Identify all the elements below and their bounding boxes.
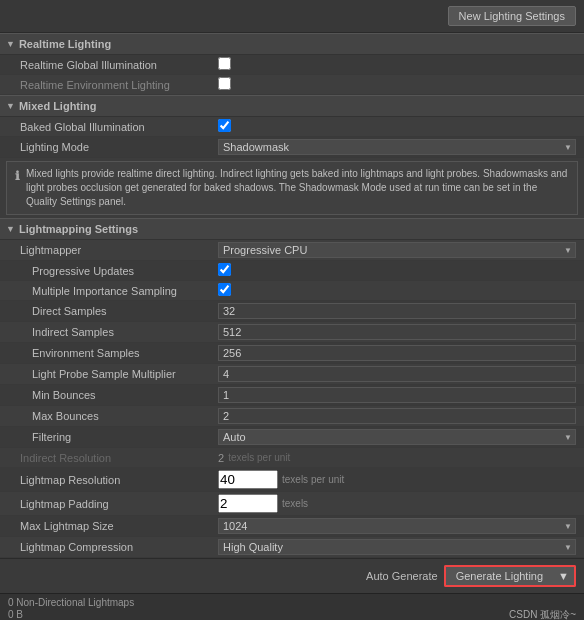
- max-lightmap-size-row: Max Lightmap Size 256 512 1024 2048 4096: [0, 516, 584, 537]
- lightmap-padding-value-group: texels: [218, 494, 576, 513]
- lightmapper-label: Lightmapper: [8, 244, 218, 256]
- realtime-environment-lighting-row: Realtime Environment Lighting: [0, 75, 584, 95]
- lightmapping-settings-arrow: ▼: [6, 224, 15, 234]
- lightmap-size: 0 B: [8, 609, 134, 620]
- progressive-updates-label: Progressive Updates: [8, 265, 218, 277]
- baked-global-illumination-row: Baked Global Illumination: [0, 117, 584, 137]
- generate-lighting-dropdown-button[interactable]: ▼: [553, 565, 576, 587]
- filtering-label: Filtering: [8, 431, 218, 443]
- realtime-lighting-label: Realtime Lighting: [19, 38, 111, 50]
- indirect-resolution-row: Indirect Resolution 2 texels per unit: [0, 448, 584, 468]
- indirect-samples-input[interactable]: [218, 324, 576, 340]
- lighting-mode-label: Lighting Mode: [8, 141, 218, 153]
- lightmaps-count: 0 Non-Directional Lightmaps: [8, 597, 134, 608]
- lightmap-resolution-label: Lightmap Resolution: [8, 474, 218, 486]
- baked-global-illumination-checkbox[interactable]: [218, 119, 231, 132]
- filtering-select[interactable]: Auto None Manual: [218, 429, 576, 445]
- min-bounces-value[interactable]: [218, 387, 576, 403]
- new-lighting-settings-button[interactable]: New Lighting Settings: [448, 6, 576, 26]
- indirect-samples-value[interactable]: [218, 324, 576, 340]
- max-bounces-input[interactable]: [218, 408, 576, 424]
- min-bounces-input[interactable]: [218, 387, 576, 403]
- lightmap-padding-unit: texels: [282, 498, 308, 509]
- mixed-lighting-header[interactable]: ▼ Mixed Lighting: [0, 95, 584, 117]
- multiple-importance-sampling-checkbox[interactable]: [218, 283, 231, 296]
- info-text: Mixed lights provide realtime direct lig…: [26, 167, 569, 209]
- lightmap-resolution-value-group: texels per unit: [218, 470, 576, 489]
- lightmapper-value[interactable]: Progressive CPU Enlighten Progressive GP…: [218, 242, 576, 258]
- light-probe-sample-multiplier-value[interactable]: [218, 366, 576, 382]
- lightmapper-select[interactable]: Progressive CPU Enlighten Progressive GP…: [218, 242, 576, 258]
- max-bounces-value[interactable]: [218, 408, 576, 424]
- lightmap-padding-input[interactable]: [218, 494, 278, 513]
- progressive-updates-value: [218, 263, 576, 278]
- realtime-global-illumination-row: Realtime Global Illumination: [0, 55, 584, 75]
- indirect-samples-label: Indirect Samples: [8, 326, 218, 338]
- multiple-importance-sampling-value: [218, 283, 576, 298]
- progressive-updates-row: Progressive Updates: [0, 261, 584, 281]
- auto-generate-label: Auto Generate: [366, 570, 438, 582]
- lightmapping-settings-label: Lightmapping Settings: [19, 223, 138, 235]
- generate-lighting-group: Generate Lighting ▼: [444, 565, 576, 587]
- direct-samples-label: Direct Samples: [8, 305, 218, 317]
- lightmap-resolution-row: Lightmap Resolution texels per unit: [0, 468, 584, 492]
- lighting-settings-panel: New Lighting Settings ▼ Realtime Lightin…: [0, 0, 584, 620]
- lighting-mode-select[interactable]: Shadowmask Baked Indirect Subtractive: [218, 139, 576, 155]
- lightmap-compression-value[interactable]: None Low Quality Normal Quality High Qua…: [218, 539, 576, 555]
- progressive-updates-checkbox[interactable]: [218, 263, 231, 276]
- indirect-resolution-value: 2: [218, 452, 224, 464]
- mixed-lighting-arrow: ▼: [6, 101, 15, 111]
- mixed-lighting-info-box: ℹ Mixed lights provide realtime direct l…: [6, 161, 578, 215]
- lightmap-compression-select-wrapper[interactable]: None Low Quality Normal Quality High Qua…: [218, 539, 576, 555]
- direct-samples-value[interactable]: [218, 303, 576, 319]
- realtime-global-illumination-label: Realtime Global Illumination: [8, 59, 218, 71]
- status-left: 0 Non-Directional Lightmaps 0 B No Light…: [8, 597, 134, 620]
- indirect-resolution-unit: texels per unit: [228, 452, 290, 463]
- indirect-resolution-label: Indirect Resolution: [8, 452, 218, 464]
- max-bounces-row: Max Bounces: [0, 406, 584, 427]
- environment-samples-label: Environment Samples: [8, 347, 218, 359]
- environment-samples-value[interactable]: [218, 345, 576, 361]
- light-probe-sample-multiplier-row: Light Probe Sample Multiplier: [0, 364, 584, 385]
- lightmap-compression-label: Lightmap Compression: [8, 541, 218, 553]
- info-icon: ℹ: [15, 168, 20, 185]
- realtime-global-illumination-value: [218, 57, 576, 72]
- min-bounces-label: Min Bounces: [8, 389, 218, 401]
- light-probe-sample-multiplier-input[interactable]: [218, 366, 576, 382]
- multiple-importance-sampling-row: Multiple Importance Sampling: [0, 281, 584, 301]
- max-lightmap-size-select[interactable]: 256 512 1024 2048 4096: [218, 518, 576, 534]
- status-bar: 0 Non-Directional Lightmaps 0 B No Light…: [0, 593, 584, 620]
- indirect-samples-row: Indirect Samples: [0, 322, 584, 343]
- direct-samples-input[interactable]: [218, 303, 576, 319]
- filtering-value[interactable]: Auto None Manual: [218, 429, 576, 445]
- lightmap-resolution-unit: texels per unit: [282, 474, 344, 485]
- bottom-bar: Auto Generate Generate Lighting ▼: [0, 558, 584, 593]
- generate-lighting-button[interactable]: Generate Lighting: [444, 565, 553, 587]
- max-lightmap-size-select-wrapper[interactable]: 256 512 1024 2048 4096: [218, 518, 576, 534]
- environment-samples-input[interactable]: [218, 345, 576, 361]
- direct-samples-row: Direct Samples: [0, 301, 584, 322]
- lightmap-compression-select[interactable]: None Low Quality Normal Quality High Qua…: [218, 539, 576, 555]
- lightmap-padding-row: Lightmap Padding texels: [0, 492, 584, 516]
- lightmap-compression-row: Lightmap Compression None Low Quality No…: [0, 537, 584, 558]
- light-probe-sample-multiplier-label: Light Probe Sample Multiplier: [8, 368, 218, 380]
- lightmap-resolution-input[interactable]: [218, 470, 278, 489]
- min-bounces-row: Min Bounces: [0, 385, 584, 406]
- max-lightmap-size-value[interactable]: 256 512 1024 2048 4096: [218, 518, 576, 534]
- lighting-mode-select-wrapper[interactable]: Shadowmask Baked Indirect Subtractive: [218, 139, 576, 155]
- lightmapper-row: Lightmapper Progressive CPU Enlighten Pr…: [0, 240, 584, 261]
- status-user: CSDN 孤烟冷~: [509, 608, 576, 621]
- mixed-lighting-label: Mixed Lighting: [19, 100, 97, 112]
- indirect-resolution-value-group: 2 texels per unit: [218, 452, 576, 464]
- realtime-global-illumination-checkbox[interactable]: [218, 57, 231, 70]
- top-bar: New Lighting Settings: [0, 0, 584, 33]
- lightmapper-select-wrapper[interactable]: Progressive CPU Enlighten Progressive GP…: [218, 242, 576, 258]
- filtering-select-wrapper[interactable]: Auto None Manual: [218, 429, 576, 445]
- lighting-mode-value[interactable]: Shadowmask Baked Indirect Subtractive: [218, 139, 576, 155]
- lightmapping-settings-header[interactable]: ▼ Lightmapping Settings: [0, 218, 584, 240]
- realtime-lighting-header[interactable]: ▼ Realtime Lighting: [0, 33, 584, 55]
- lightmap-padding-label: Lightmap Padding: [8, 498, 218, 510]
- realtime-lighting-arrow: ▼: [6, 39, 15, 49]
- realtime-environment-lighting-checkbox[interactable]: [218, 77, 231, 90]
- realtime-environment-lighting-value: [218, 77, 576, 92]
